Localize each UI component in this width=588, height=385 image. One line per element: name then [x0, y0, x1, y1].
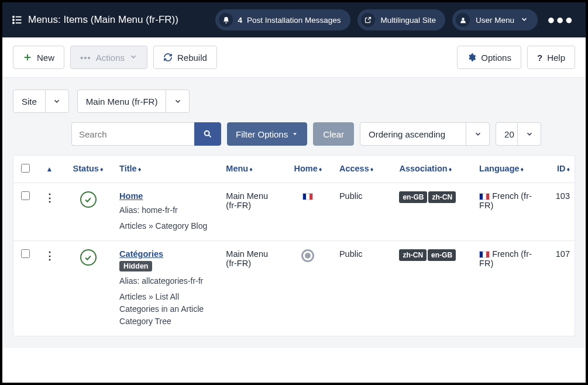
site-link-pill[interactable]: Multilingual Site	[357, 9, 446, 30]
svg-line-10	[209, 135, 211, 138]
new-button[interactable]: New	[13, 46, 64, 69]
language-header[interactable]: Language♦	[474, 156, 541, 183]
menutype-select-label: Main Menu (fr-FR)	[78, 97, 166, 106]
ordering-label: Ordering ascending	[360, 129, 466, 139]
id-header[interactable]: ID♦	[541, 156, 575, 183]
svg-point-2	[13, 19, 14, 20]
row-actions-icon[interactable]: ⋮	[44, 250, 55, 262]
access-header[interactable]: Access♦	[335, 156, 395, 183]
item-path: Articles » List All Categories in an Art…	[119, 291, 216, 328]
rebuild-button[interactable]: Rebuild	[153, 46, 217, 69]
item-language: French (fr-FR)	[474, 241, 541, 336]
actions-label: Actions	[96, 53, 125, 63]
item-title-link[interactable]: Home	[119, 191, 143, 201]
association-header[interactable]: Association♦	[394, 156, 474, 183]
question-icon: ?	[537, 53, 542, 63]
row-checkbox[interactable]	[21, 191, 30, 200]
svg-point-9	[205, 131, 209, 136]
items-table: ▲ Status♦ Title♦ Menu♦ Home♦ Access♦ Ass…	[13, 155, 575, 336]
hidden-badge: Hidden	[119, 261, 152, 271]
row-checkbox[interactable]	[21, 249, 30, 258]
search-group	[71, 122, 221, 146]
select-all-checkbox[interactable]	[21, 164, 30, 173]
menu-header[interactable]: Menu♦	[221, 156, 281, 183]
notification-count: 4	[238, 16, 242, 25]
item-access: Public	[335, 183, 395, 241]
filter-options-label: Filter Options	[236, 129, 288, 139]
new-label: New	[37, 53, 54, 63]
limit-label: 20	[496, 129, 517, 139]
rebuild-label: Rebuild	[177, 53, 207, 63]
home-header[interactable]: Home♦	[281, 156, 335, 183]
table-header-row: ▲ Status♦ Title♦ Menu♦ Home♦ Access♦ Ass…	[13, 156, 575, 183]
status-header[interactable]: Status♦	[61, 156, 115, 183]
help-button[interactable]: ? Help	[527, 46, 575, 69]
toolbar: New ••• Actions Rebuild Options ? Help	[2, 37, 586, 78]
svg-point-4	[13, 22, 14, 23]
more-icon[interactable]: ●●●	[545, 12, 576, 28]
chevron-down-icon	[520, 15, 528, 25]
svg-marker-11	[293, 133, 297, 135]
item-title-link[interactable]: Catégories	[119, 249, 163, 259]
svg-point-6	[462, 18, 464, 20]
chevron-down-icon	[517, 123, 541, 145]
plus-icon	[23, 53, 32, 62]
client-select-label: Site	[13, 97, 45, 106]
status-published-icon[interactable]	[80, 191, 97, 208]
topbar: Menus: Items (Main Menu (fr-FR)) 4 Post …	[2, 2, 586, 37]
chevron-down-icon	[129, 53, 137, 63]
page-title: Menus: Items (Main Menu (fr-FR))	[28, 14, 178, 26]
item-language: French (fr-FR)	[474, 183, 541, 241]
bell-icon	[219, 13, 233, 27]
user-menu-label: User Menu	[476, 16, 514, 25]
options-button[interactable]: Options	[457, 46, 521, 69]
options-label: Options	[481, 53, 511, 63]
menutype-select[interactable]: Main Menu (fr-FR)	[77, 90, 190, 113]
ordering-header[interactable]: ▲	[46, 165, 53, 173]
limit-select[interactable]: 20	[496, 122, 541, 146]
flag-fr-icon	[302, 193, 313, 200]
chevron-down-icon	[45, 90, 68, 112]
external-link-icon	[361, 13, 375, 27]
flag-fr-icon	[479, 251, 490, 258]
association-badge[interactable]: zh-CN	[399, 249, 427, 261]
item-access: Public	[335, 241, 395, 336]
row-actions-icon[interactable]: ⋮	[44, 192, 55, 204]
item-id: 107	[541, 241, 575, 336]
home-default-icon[interactable]	[301, 249, 314, 262]
user-menu-pill[interactable]: User Menu	[452, 9, 538, 30]
chevron-down-icon	[466, 123, 489, 145]
search-button[interactable]	[194, 122, 221, 146]
table-row: ⋮HomeAlias: home-fr-frArticles » Categor…	[13, 183, 575, 241]
gear-icon	[467, 53, 476, 62]
chevron-down-icon	[166, 90, 189, 112]
page-title-group: Menus: Items (Main Menu (fr-FR))	[12, 14, 208, 26]
search-icon	[203, 129, 212, 139]
association-badge[interactable]: zh-CN	[428, 191, 456, 203]
item-menu: Main Menu (fr-FR)	[221, 241, 281, 336]
client-select[interactable]: Site	[13, 90, 69, 113]
title-header[interactable]: Title♦	[115, 156, 221, 183]
actions-button: ••• Actions	[70, 46, 147, 69]
content-area: Site Main Menu (fr-FR) Filter Options Cl…	[2, 78, 586, 348]
ellipsis-icon: •••	[80, 53, 91, 63]
item-alias: Alias: allcategories-fr-fr	[119, 275, 216, 287]
svg-point-0	[13, 16, 14, 18]
ordering-select[interactable]: Ordering ascending	[360, 122, 490, 146]
menu-selectors: Site Main Menu (fr-FR)	[13, 90, 575, 113]
item-id: 103	[541, 183, 575, 241]
filter-options-button[interactable]: Filter Options	[227, 122, 307, 146]
refresh-icon	[163, 53, 173, 62]
table-row: ⋮CatégoriesHiddenAlias: allcategories-fr…	[13, 241, 575, 336]
notifications-pill[interactable]: 4 Post Installation Messages	[215, 9, 350, 30]
item-menu: Main Menu (fr-FR)	[221, 183, 281, 241]
search-input[interactable]	[71, 122, 194, 146]
association-badge[interactable]: en-GB	[428, 249, 456, 261]
help-label: Help	[547, 53, 565, 63]
association-badge[interactable]: en-GB	[399, 191, 427, 203]
flag-fr-icon	[479, 193, 490, 200]
caret-down-icon	[291, 129, 298, 139]
clear-button[interactable]: Clear	[313, 122, 354, 146]
status-published-icon[interactable]	[80, 249, 97, 266]
menu-items-icon	[12, 15, 22, 25]
